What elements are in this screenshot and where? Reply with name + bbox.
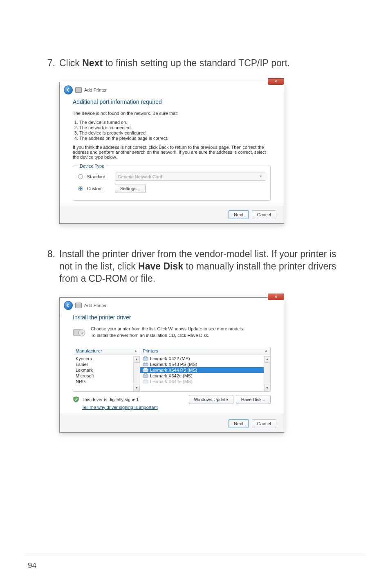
list-item[interactable]: Kyocera (73, 356, 140, 361)
step-number: 7. (43, 57, 55, 70)
dialog2-wrap: ✕ Add Printer Install the printer driver (59, 297, 349, 433)
printer-item-icon (143, 379, 148, 384)
list-item[interactable]: Lexmark X543 PS (MS) (140, 361, 270, 367)
list-item[interactable]: Lexmark X422 (MS) (140, 356, 270, 361)
svg-rect-10 (144, 373, 147, 375)
dialog-title: Add Printer (84, 303, 107, 308)
printer-item-icon (143, 356, 148, 361)
device-type-fieldset: Device Type Standard Generic Network Car… (73, 164, 271, 201)
printer-item-icon (143, 373, 148, 378)
dialog-header: Add Printer (60, 298, 284, 312)
list-item[interactable]: Lexmark X644e (MS) (140, 379, 270, 384)
disc-printer-icon (73, 326, 86, 337)
signed-text: This driver is digitally signed. (82, 397, 139, 402)
driver-line2: To install the driver from an installati… (91, 333, 244, 338)
list-header-printers[interactable]: Printers ▲ (140, 347, 270, 355)
svg-rect-4 (144, 356, 147, 358)
driver-lists: Manufacturer ▲ Kyocera Lanier Lexmark Mi… (73, 347, 271, 392)
manufacturer-list[interactable]: Manufacturer ▲ Kyocera Lanier Lexmark Mi… (73, 347, 140, 391)
radio-custom[interactable] (78, 186, 83, 191)
step7-bold: Next (82, 58, 103, 68)
why-signing-link[interactable]: Tell me why driver signing is important (82, 405, 271, 410)
sort-asc-icon: ▲ (134, 349, 137, 352)
list-item[interactable]: Lexmark X642e (MS) (140, 373, 270, 379)
scroll-down-icon[interactable]: ▼ (264, 385, 270, 391)
dialog-para: If you think the address is not correct,… (73, 145, 271, 159)
dialog-heading: Install the printer driver (73, 314, 271, 321)
scroll-up-icon[interactable]: ▲ (264, 356, 270, 363)
standard-combo[interactable]: Generic Network Card ▼ (115, 173, 265, 181)
next-button[interactable]: Next (229, 419, 249, 428)
printer-icon (75, 303, 82, 308)
dialog-footer: Next Cancel (60, 415, 284, 432)
printer-item-icon (143, 368, 148, 373)
step7-text-before: Click (59, 58, 82, 68)
step-text: Install the printer driver from the vend… (59, 248, 349, 285)
svg-rect-12 (144, 379, 147, 381)
step-8: 8. Install the printer driver from the v… (43, 248, 349, 285)
radio-custom-label: Custom (87, 186, 111, 191)
list-item[interactable]: Microsoft (73, 373, 140, 379)
scroll-up-icon[interactable]: ▲ (134, 356, 140, 363)
item-label: Kyocera (76, 356, 92, 361)
scrollbar[interactable]: ▲ ▼ (133, 356, 140, 391)
instruction-list: The device is turned on. The network is … (79, 120, 271, 141)
printers-header-label: Printers (143, 348, 158, 353)
scroll-down-icon[interactable]: ▼ (134, 385, 140, 391)
item-label: Lanier (76, 362, 88, 367)
cancel-button[interactable]: Cancel (252, 210, 276, 219)
list-item[interactable]: Lanier (73, 361, 140, 367)
dialog-text1: The device is not found on the network. … (73, 111, 271, 116)
shield-check-icon (73, 396, 79, 403)
item-label: Lexmark X644e (MS) (150, 379, 193, 384)
windows-update-button[interactable]: Windows Update (189, 395, 233, 404)
item-label: Lexmark X544 PS (MS) (150, 368, 197, 373)
list-header-manuf[interactable]: Manufacturer ▲ (73, 347, 140, 355)
list-item: The device is properly configured. (79, 130, 271, 135)
have-disk-button[interactable]: Have Disk... (236, 395, 271, 404)
step-7: 7. Click Next to finish setting up the s… (43, 57, 349, 70)
svg-point-2 (81, 332, 83, 334)
printers-list[interactable]: Printers ▲ Lexmark X422 (MS) Lexmark X54… (140, 347, 270, 391)
radio-row-standard: Standard Generic Network Card ▼ (78, 173, 265, 181)
radio-standard-label: Standard (87, 174, 111, 179)
combo-value: Generic Network Card (118, 174, 162, 179)
step-number: 8. (43, 248, 55, 285)
svg-rect-8 (144, 368, 147, 369)
svg-rect-6 (144, 362, 147, 364)
driver-info-row: Choose your printer from the list. Click… (73, 326, 271, 342)
back-button[interactable] (64, 301, 73, 310)
item-label: NRG (76, 379, 85, 384)
printers-body: Lexmark X422 (MS) Lexmark X543 PS (MS) L… (140, 355, 270, 385)
dialog-footer: Next Cancel (60, 206, 284, 223)
radio-row-custom: Custom Settings... (78, 184, 265, 193)
signed-row: This driver is digitally signed. Windows… (73, 395, 271, 404)
cancel-button[interactable]: Cancel (252, 419, 276, 428)
list-item[interactable]: Lexmark (73, 367, 140, 373)
sort-asc-icon: ▲ (264, 349, 268, 352)
back-button[interactable] (64, 85, 73, 94)
printer-icon (75, 87, 82, 93)
settings-button[interactable]: Settings... (115, 184, 146, 193)
list-item: The address on the previous page is corr… (79, 136, 271, 141)
add-printer-dialog-driver: ✕ Add Printer Install the printer driver (59, 297, 284, 433)
item-label: Microsoft (76, 373, 94, 378)
list-item: The device is turned on. (79, 120, 271, 125)
dialog-body: Additional port information required The… (60, 96, 284, 206)
dialog-title: Add Printer (84, 88, 107, 92)
close-button[interactable]: ✕ (268, 294, 284, 300)
driver-line1: Choose your printer from the list. Click… (91, 326, 244, 331)
driver-info-text: Choose your printer from the list. Click… (91, 326, 244, 342)
next-button[interactable]: Next (229, 210, 249, 219)
printer-item-icon (143, 362, 148, 367)
radio-standard[interactable] (78, 174, 83, 179)
dialog-header: Add Printer (60, 82, 284, 96)
scrollbar[interactable]: ▲ ▼ (264, 356, 270, 391)
signed-left: This driver is digitally signed. (73, 396, 139, 403)
list-item-selected[interactable]: Lexmark X544 PS (MS) (140, 367, 270, 373)
list-item[interactable]: NRG (73, 379, 140, 384)
close-button[interactable]: ✕ (268, 78, 284, 85)
item-label: Lexmark X543 PS (MS) (150, 362, 197, 367)
page-number: 94 (28, 561, 36, 570)
arrow-left-icon (66, 303, 70, 307)
